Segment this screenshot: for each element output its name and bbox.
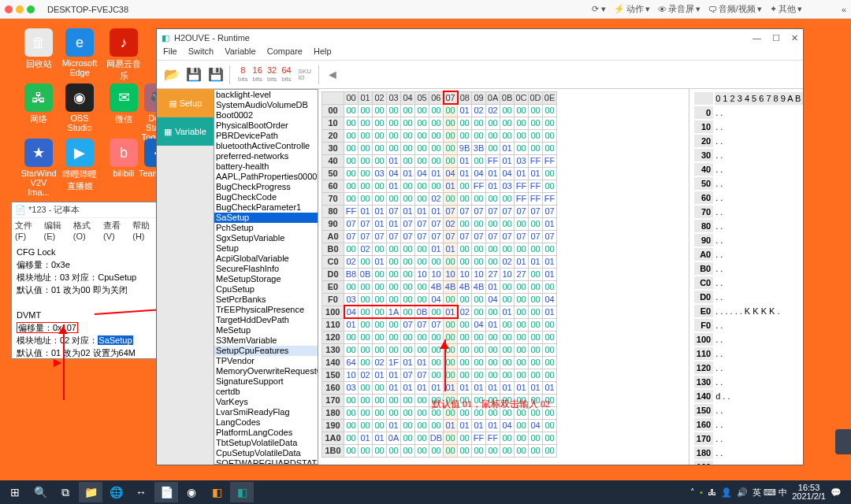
tray-nvidia-icon[interactable]: ▪ — [700, 487, 703, 497]
open-icon[interactable]: 📂 — [163, 66, 180, 83]
taskview-icon[interactable]: ⧉ — [54, 482, 77, 502]
var-item[interactable]: MemoryOverwriteRequestCo — [214, 366, 318, 376]
saveas-icon[interactable]: 💾 — [207, 66, 225, 83]
var-item[interactable]: certdb — [214, 387, 318, 397]
variable-list[interactable]: backlight-levelSystemAudioVolumeDBBoot00… — [214, 89, 318, 465]
h2ouve-titlebar[interactable]: ◧ H2OUVE - Runtime — ☐ ✕ — [157, 29, 803, 46]
toolbar-action[interactable]: ⚡ 动作 ▾ — [614, 3, 650, 15]
var-item[interactable]: PhysicalBootOrder — [214, 120, 318, 131]
tb-obs[interactable]: ◉ — [180, 482, 203, 502]
var-item[interactable]: preferred-networks — [214, 151, 318, 161]
desktop-icon-5[interactable]: ✉微信 — [104, 83, 143, 125]
var-item[interactable]: SgxSetupVariable — [214, 233, 318, 243]
traffic-lights[interactable] — [5, 6, 35, 13]
tb-app1[interactable]: ◧ — [205, 482, 229, 502]
var-item[interactable]: AcpiGlobalVariable — [214, 254, 318, 264]
arrow-2 — [63, 362, 65, 400]
h2ouve-window[interactable]: ◧ H2OUVE - Runtime — ☐ ✕ File Switch Var… — [156, 28, 804, 465]
var-item[interactable]: SetupCpuFeatures — [214, 346, 318, 356]
var-item[interactable]: CpuSetupVolatileData — [214, 448, 318, 458]
var-item[interactable]: MeSetup — [214, 325, 318, 335]
close-icon[interactable]: ✕ — [791, 33, 798, 43]
bits-selector[interactable]: 8bits 16bits 32bits 64bits — [238, 65, 292, 84]
var-item[interactable]: bluetoothActiveControlle — [214, 141, 318, 151]
var-item[interactable]: SOFTWAREGUARDSTATUS — [214, 458, 318, 465]
notepad-window[interactable]: 📄 *123 - 记事本 文件(F) 编辑(E) 格式(O) 查看(V) 帮助(… — [11, 202, 165, 359]
var-item[interactable]: BugCheckParameter1 — [214, 202, 318, 213]
hex-editor[interactable]: 000102030405060708090A0B0C0D0E0000000000… — [318, 89, 689, 465]
tab-variable[interactable]: ▦ Variable — [157, 117, 214, 146]
var-item[interactable]: Boot0002 — [214, 110, 318, 120]
desktop-icon-0[interactable]: 🗑回收站 — [19, 28, 58, 70]
toolbar-rec-icon[interactable]: ⟳ ▾ — [592, 4, 606, 14]
tb-notepad[interactable]: 📄 — [154, 482, 178, 502]
var-item[interactable]: MeSetupStorage — [214, 274, 318, 284]
toolbar-av[interactable]: 🗨 音频/视频 ▾ — [708, 3, 762, 15]
save-icon[interactable]: 💾 — [185, 66, 203, 83]
start-button[interactable]: ⊞ — [3, 482, 27, 502]
var-item[interactable]: SetPcrBanks — [214, 295, 318, 305]
min-dot[interactable] — [16, 6, 24, 13]
desktop-icon-9[interactable]: bbilibili — [104, 139, 143, 178]
tab-setup[interactable]: ▤ Setup — [157, 89, 214, 117]
var-item[interactable]: TbtSetupVolatileData — [214, 438, 318, 448]
var-item[interactable]: TargetHddDevPath — [214, 315, 318, 325]
var-item[interactable]: VarKeys — [214, 397, 318, 407]
max-dot[interactable] — [27, 6, 35, 13]
desktop-icon-4[interactable]: ◉OBS Studio — [60, 83, 99, 132]
host-name: DESKTOP-FVEJC38 — [47, 5, 128, 14]
var-item[interactable]: SystemAudioVolumeDB — [214, 100, 318, 110]
var-item[interactable]: LangCodes — [214, 417, 318, 428]
var-item[interactable]: CpuSetup — [214, 284, 318, 295]
maximize-icon[interactable]: ☐ — [772, 33, 780, 43]
clock[interactable]: 16:532021/2/1 — [792, 484, 826, 501]
var-item[interactable]: backlight-level — [214, 90, 318, 100]
tb-edge[interactable]: 🌐 — [104, 482, 128, 502]
var-item[interactable]: BugCheckCode — [214, 192, 318, 202]
tray-notif-icon[interactable]: 💬 — [831, 487, 842, 498]
var-item[interactable]: SignatureSupport — [214, 376, 318, 387]
tb-app2[interactable]: ◧ — [230, 482, 254, 502]
back-icon[interactable]: ◄ — [324, 66, 341, 83]
desktop-icon-1[interactable]: eMicrosoft Edge — [60, 28, 99, 77]
tb-tv[interactable]: ↔ — [129, 482, 153, 502]
search-icon[interactable]: 🔍 — [28, 482, 52, 502]
toolbar-collapse-icon[interactable]: « — [842, 5, 846, 14]
close-dot[interactable] — [5, 6, 13, 13]
side-panel-tab[interactable] — [835, 429, 851, 454]
desktop-icon-7[interactable]: ★StarWind V2V Ima... — [19, 139, 58, 197]
var-item[interactable]: S3MemVariable — [214, 335, 318, 346]
tb-explorer[interactable]: 📁 — [79, 482, 102, 502]
var-item[interactable]: PBRDevicePath — [214, 131, 318, 141]
var-item[interactable]: PchSetup — [214, 223, 318, 233]
tray-net-icon[interactable]: 🖧 — [708, 487, 716, 497]
tray-vol-icon[interactable]: 🔊 — [737, 487, 748, 498]
var-item[interactable]: battery-health — [214, 161, 318, 172]
tray-ime[interactable]: 英 ⌨ 中 — [753, 487, 787, 498]
tray-people-icon[interactable]: 👤 — [721, 487, 732, 498]
notepad-menu[interactable]: 文件(F) 编辑(E) 格式(O) 查看(V) 帮助(H) — [12, 218, 164, 243]
notepad-body[interactable]: CFG Lock 偏移量：0x3e 模块地址：03 对应：CpuSetup 默认… — [12, 243, 164, 362]
desktop-icon-8[interactable]: ▶哔哩哔哩直播姬 — [60, 139, 99, 192]
left-tabs: ▤ Setup ▦ Variable — [157, 89, 214, 465]
var-item[interactable]: SaSetup — [214, 213, 318, 223]
var-item[interactable]: SecureFlashInfo — [214, 264, 318, 274]
desktop-icon-3[interactable]: 🖧网络 — [19, 83, 58, 125]
skuid-icon[interactable]: SKUID — [296, 66, 314, 83]
desktop-icon-2[interactable]: ♪网易云音乐 — [104, 28, 143, 82]
var-item[interactable]: PlatformLangCodes — [214, 428, 318, 438]
hex-annotation: 默认值 01，鼠标双击输入 02 — [432, 398, 550, 411]
var-item[interactable]: LvarSmiReadyFlag — [214, 407, 318, 417]
taskbar[interactable]: ⊞ 🔍 ⧉ 📁 🌐 ↔ 📄 ◉ ◧ ◧ ˄ ▪ 🖧 👤 🔊 英 ⌨ 中 16:5… — [0, 480, 851, 504]
var-item[interactable]: AAPL,PathProperties0000 — [214, 172, 318, 182]
var-item[interactable]: TrEEPhysicalPresence — [214, 305, 318, 315]
toolbar-other[interactable]: ✦ 其他 ▾ — [770, 3, 802, 15]
minimize-icon[interactable]: — — [753, 33, 761, 43]
system-tray[interactable]: ˄ ▪ 🖧 👤 🔊 英 ⌨ 中 16:532021/2/1 💬 — [690, 484, 848, 501]
var-item[interactable]: TPVendor — [214, 356, 318, 366]
tray-up-icon[interactable]: ˄ — [690, 487, 695, 498]
var-item[interactable]: BugCheckProgress — [214, 182, 318, 192]
h2ouve-menubar[interactable]: File Switch Variable Compare Help — [157, 46, 803, 61]
var-item[interactable]: Setup — [214, 243, 318, 254]
toolbar-screen[interactable]: 👁 录音屏 ▾ — [658, 3, 700, 15]
